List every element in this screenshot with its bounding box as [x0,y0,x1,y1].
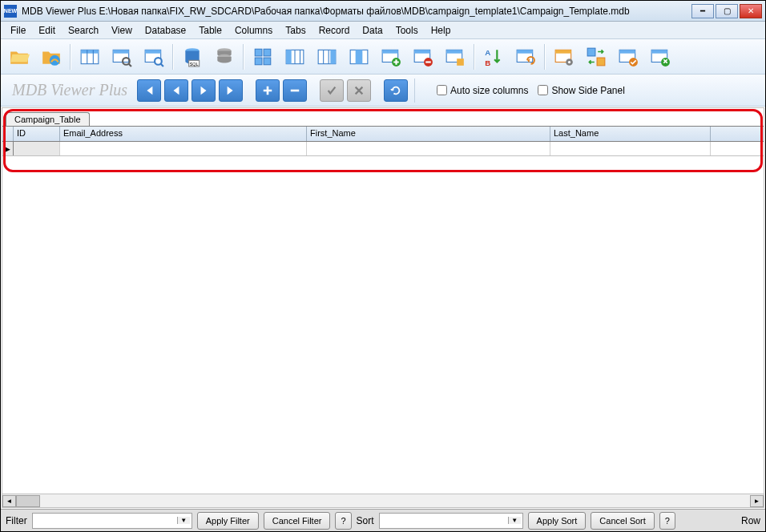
col-header-email[interactable]: Email_Address [60,127,307,141]
database-stack-icon[interactable] [209,42,240,72]
nav-refresh-button[interactable] [384,79,408,102]
folder-open-icon[interactable] [4,42,34,72]
columns-left-icon[interactable] [280,42,310,72]
nav-toolbar: MDB Viewer Plus Auto size columns Show S… [1,75,765,107]
sort-combo[interactable]: ▼ [379,513,523,529]
svg-line-12 [161,63,163,66]
svg-rect-44 [517,50,533,53]
tab-campaign-table[interactable]: Campaign_Table [6,112,90,126]
nav-add-button[interactable] [256,79,280,102]
menu-columns[interactable]: Columns [228,23,279,38]
cell-email[interactable] [60,142,307,155]
scroll-left-icon[interactable]: ◄ [2,495,16,507]
svg-rect-36 [414,50,430,53]
side-panel-checkbox[interactable]: Show Side Panel [538,85,624,96]
col-header-lastname[interactable]: Last_Name [550,127,711,141]
col-header-firstname[interactable]: First_Name [307,127,550,141]
menu-edit[interactable]: Edit [32,23,62,38]
svg-rect-31 [356,50,363,63]
svg-rect-40 [457,58,464,66]
database-sql-icon[interactable]: SQL [177,42,208,72]
table-refresh-icon[interactable] [510,42,541,72]
column-blue-icon[interactable] [344,42,374,72]
menu-data[interactable]: Data [356,23,389,38]
grid-empty-area [2,156,764,494]
nav-next-button[interactable] [192,79,216,102]
row-indicator-icon: ▶ [2,142,14,155]
scroll-thumb[interactable] [16,495,40,507]
menu-database[interactable]: Database [139,23,192,38]
columns-right-icon[interactable] [312,42,342,72]
svg-rect-19 [264,49,271,56]
cell-lastname[interactable] [550,142,711,155]
nav-last-button[interactable] [219,79,243,102]
table-swap-icon[interactable] [581,42,611,72]
table-icon[interactable] [75,42,105,72]
table-tabstrip: Campaign_Table [2,108,764,126]
menu-record[interactable]: Record [312,23,357,38]
grid-header: ID Email_Address First_Name Last_Name [2,127,764,142]
filter-combo[interactable]: ▼ [32,513,192,529]
cancel-sort-button[interactable]: Cancel Sort [591,512,654,530]
menubar: File Edit Search View Database Table Col… [1,22,765,39]
sort-az-icon[interactable]: AB [478,42,509,72]
svg-text:A: A [485,47,490,56]
svg-rect-50 [597,58,605,66]
menu-table[interactable]: Table [192,23,228,38]
svg-rect-39 [446,50,462,53]
minimize-button[interactable]: ━ [691,4,714,18]
table-find-icon[interactable] [139,42,169,72]
titlebar[interactable]: NEW MDB Viewer Plus E:\Новая папка\FIX_R… [1,1,765,22]
table-green-icon[interactable] [645,42,675,72]
table-plus-icon[interactable] [376,42,406,72]
menu-search[interactable]: Search [62,23,105,38]
menu-tabs[interactable]: Tabs [279,23,312,38]
filter-help-button[interactable]: ? [335,512,351,530]
pivot-icon[interactable] [248,42,278,72]
nav-prev-button[interactable] [164,79,188,102]
app-window: NEW MDB Viewer Plus E:\Новая папка\FIX_R… [0,0,766,532]
table-row[interactable]: ▶ [2,142,764,156]
auto-size-checkbox[interactable]: Auto size columns [437,85,528,96]
cell-id[interactable] [14,142,60,155]
nav-cancel-button[interactable] [347,79,371,102]
folder-ie-icon[interactable] [36,42,67,72]
table-orange-icon[interactable] [613,42,643,72]
svg-text:SQL: SQL [190,61,199,66]
svg-rect-6 [113,50,129,53]
table-gear-icon[interactable] [549,42,579,72]
close-button[interactable]: ✕ [740,4,762,18]
table-minus-icon[interactable] [408,42,438,72]
table-check-icon[interactable] [440,42,470,72]
content-area: Campaign_Table ID Email_Address First_Na… [2,107,764,508]
sort-help-button[interactable]: ? [659,512,675,530]
nav-remove-button[interactable] [283,79,307,102]
nav-first-button[interactable] [137,79,161,102]
col-header-id[interactable]: ID [14,127,60,141]
apply-sort-button[interactable]: Apply Sort [528,512,587,530]
menu-file[interactable]: File [4,23,32,38]
window-title: MDB Viewer Plus E:\Новая папка\FIX_RW_SD… [22,6,691,17]
menu-view[interactable]: View [105,23,139,38]
maximize-button[interactable]: ▢ [716,4,738,18]
side-panel-label: Show Side Panel [551,85,624,96]
horizontal-scrollbar[interactable]: ◄ ► [2,494,764,507]
sort-label: Sort [357,515,374,526]
menu-tools[interactable]: Tools [389,23,425,38]
nav-confirm-button[interactable] [320,79,344,102]
cancel-filter-button[interactable]: Cancel Filter [264,512,331,530]
data-grid[interactable]: ID Email_Address First_Name Last_Name ▶ [2,126,764,156]
svg-rect-46 [555,50,571,53]
svg-rect-18 [255,49,262,56]
auto-size-label: Auto size columns [450,85,528,96]
svg-rect-33 [382,50,398,53]
scroll-right-icon[interactable]: ► [750,495,764,507]
cell-firstname[interactable] [307,142,550,155]
svg-rect-52 [619,50,635,53]
svg-point-48 [568,60,570,62]
table-search-icon[interactable] [107,42,137,72]
svg-line-8 [129,63,131,66]
svg-rect-20 [255,58,262,65]
apply-filter-button[interactable]: Apply Filter [197,512,259,530]
menu-help[interactable]: Help [425,23,458,38]
